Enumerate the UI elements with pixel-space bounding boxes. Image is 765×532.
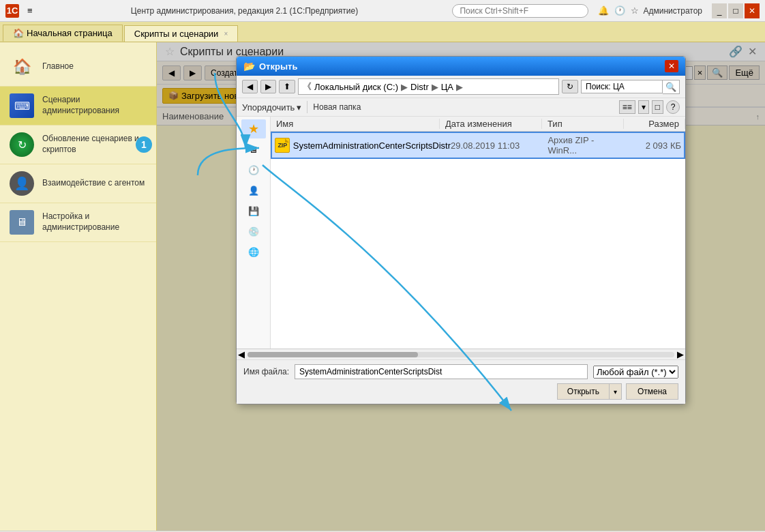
open-button[interactable]: Открыть xyxy=(557,383,609,400)
drive-e-icon[interactable]: 💿 xyxy=(242,222,265,240)
window-controls[interactable]: _ □ ✕ xyxy=(712,3,760,18)
desktop-icon[interactable]: 🖥 xyxy=(242,141,265,158)
minimize-button[interactable]: _ xyxy=(712,3,727,18)
view-details-button[interactable]: □ xyxy=(652,100,663,114)
organize-button[interactable]: Упорядочить ▾ xyxy=(242,102,301,113)
dialog-search-input[interactable] xyxy=(581,80,663,93)
update-sidebar-icon: ↻ xyxy=(8,131,35,158)
dialog-nav-bar: ◀ ▶ ⬆ 《 Локальный диск (C:) ▶ Distr ▶ ЦА… xyxy=(237,76,685,98)
menu-icon[interactable]: ≡ xyxy=(23,4,37,17)
zip-icon: ZIP xyxy=(275,138,290,153)
dialog-back-button[interactable]: ◀ xyxy=(242,80,258,93)
agent-sidebar-icon: 👤 xyxy=(8,170,35,197)
sidebar-label-agent: Взаимодействие с агентом xyxy=(42,178,145,189)
user-name: Администратор xyxy=(643,6,702,16)
step-badge-1: 1 xyxy=(136,136,152,153)
title-bar-icons: 🔔 🕐 ☆ xyxy=(598,5,639,16)
dialog-hscroll[interactable]: ◀ ▶ xyxy=(237,349,685,359)
hscroll-right-arrow[interactable]: ▶ xyxy=(677,349,684,359)
col-name[interactable]: Имя xyxy=(271,119,440,129)
dialog-search-button[interactable]: 🔍 xyxy=(663,80,680,94)
toolbar-right-buttons: ≡≡ ▾ □ ? xyxy=(619,100,680,114)
drive-c-icon[interactable]: 💾 xyxy=(242,202,265,220)
global-search-input[interactable] xyxy=(452,4,588,18)
open-button-split: Открыть ▾ xyxy=(557,383,622,400)
view-toggle-button[interactable]: ▾ xyxy=(638,100,649,114)
file-row[interactable]: ZIP SystemAdministrationCenterScriptsDis… xyxy=(271,132,685,159)
close-window-button[interactable]: ✕ xyxy=(745,3,760,18)
dialog-forward-button[interactable]: ▶ xyxy=(260,80,276,93)
dialog-title-content: 📂 Открыть xyxy=(243,61,297,72)
agent-icon-shape: 👤 xyxy=(10,171,34,196)
tab-scripts[interactable]: Скрипты и сценарии × xyxy=(124,25,238,42)
help-button[interactable]: ? xyxy=(666,100,680,114)
settings-icon-shape: 🖥 xyxy=(10,210,34,235)
title-bar: 1C ≡ Центр администрирования, редакция 2… xyxy=(0,0,765,22)
path-segment-2[interactable]: Distr xyxy=(410,82,429,92)
dialog-toolbar: Упорядочить ▾ Новая папка ≡≡ ▾ □ ? xyxy=(237,98,685,117)
new-folder-button[interactable]: Новая папка xyxy=(313,102,361,112)
user-icon[interactable]: 👤 xyxy=(242,181,265,199)
path-segment-3[interactable]: ЦА xyxy=(441,82,453,92)
sidebar: 🏠 Главное ⌨ Сценарии администрирования ↻… xyxy=(0,42,157,531)
col-type[interactable]: Тип xyxy=(542,119,624,129)
tab-home[interactable]: 🏠 Начальная страница xyxy=(3,25,123,42)
dialog-up-button[interactable]: ⬆ xyxy=(279,80,295,93)
content-wrapper: ☆ Скрипты и сценарии 🔗 ✕ ◀ ▶ Создать гру… xyxy=(157,42,765,531)
home-sidebar-icon: 🏠 xyxy=(8,53,35,80)
maximize-button[interactable]: □ xyxy=(728,3,743,18)
file-name: SystemAdministrationCenterScriptsDistr xyxy=(290,141,451,151)
dialog-file-list: Имя Дата изменения Тип Размер ZIP System… xyxy=(271,117,685,349)
recent-icon[interactable]: 🕐 xyxy=(242,161,265,179)
view-list-button[interactable]: ≡≡ xyxy=(619,100,635,114)
dialog-path-bar: 《 Локальный диск (C:) ▶ Distr ▶ ЦА ▶ xyxy=(298,78,559,95)
dialog-close-button[interactable]: ✕ xyxy=(665,60,678,72)
main-layout: 🏠 Главное ⌨ Сценарии администрирования ↻… xyxy=(0,42,765,531)
open-dropdown-button[interactable]: ▾ xyxy=(609,383,622,400)
nav-tabs: 🏠 Начальная страница Скрипты и сценарии … xyxy=(0,22,765,42)
dialog-folder-icon: 📂 xyxy=(243,61,255,72)
hscroll-thumb[interactable] xyxy=(247,352,418,357)
file-list-header: Имя Дата изменения Тип Размер xyxy=(271,117,685,132)
hscroll-track[interactable] xyxy=(247,352,674,357)
scenarios-sidebar-icon: ⌨ xyxy=(8,92,35,119)
filename-label: Имя файла: xyxy=(243,367,289,376)
file-type: Архив ZIP - WinR... xyxy=(548,135,625,156)
filename-input[interactable] xyxy=(295,364,588,379)
file-date: 29.08.2019 11:03 xyxy=(451,141,548,151)
col-size[interactable]: Размер xyxy=(624,119,685,129)
path-segment-1[interactable]: Локальный диск (C:) xyxy=(314,82,398,92)
scenarios-icon-shape: ⌨ xyxy=(10,93,34,118)
col-date[interactable]: Дата изменения xyxy=(440,119,542,129)
hscroll-left-arrow[interactable]: ◀ xyxy=(238,349,245,359)
file-icon: ZIP xyxy=(275,137,290,153)
settings-sidebar-icon: 🖥 xyxy=(8,209,35,236)
favorites-icon[interactable]: ★ xyxy=(241,119,266,138)
network-icon[interactable]: 🌐 xyxy=(242,243,265,261)
star-fav-icon: ★ xyxy=(248,121,259,136)
organize-arrow-icon: ▾ xyxy=(297,102,301,113)
sidebar-item-settings[interactable]: 🖥 Настройка и администрирование xyxy=(0,203,156,242)
app-title: Центр администрирования, редакция 2.1 (1… xyxy=(41,6,449,16)
title-bar-menu[interactable]: ≡ xyxy=(23,4,37,17)
dialog-overlay: 📂 Открыть ✕ ◀ ▶ ⬆ 《 Локальный диск (C:) … xyxy=(157,42,765,531)
history-icon[interactable]: 🕐 xyxy=(614,5,625,16)
home-icon: 🏠 xyxy=(13,28,24,38)
dialog-title-bar: 📂 Открыть ✕ xyxy=(237,57,685,76)
sidebar-label-scenarios: Сценарии администрирования xyxy=(42,95,148,116)
sidebar-item-update[interactable]: ↻ Обновление сценариев и скриптов 1 xyxy=(0,125,156,164)
app-logo: 1C xyxy=(5,4,19,18)
sidebar-label-settings: Настройка и администрирование xyxy=(42,211,148,233)
sidebar-item-scenarios[interactable]: ⌨ Сценарии администрирования xyxy=(0,87,156,125)
file-size: 2 093 КБ xyxy=(625,141,684,151)
dialog-bottom: Имя файла: Любой файл (*.*) Открыть ▾ От… xyxy=(237,359,685,404)
cancel-button[interactable]: Отмена xyxy=(626,383,678,400)
sidebar-item-agent[interactable]: 👤 Взаимодействие с агентом xyxy=(0,164,156,203)
star-icon[interactable]: ☆ xyxy=(631,5,639,16)
sidebar-item-main[interactable]: 🏠 Главное xyxy=(0,48,156,87)
bell-icon[interactable]: 🔔 xyxy=(598,5,609,16)
filename-row: Имя файла: Любой файл (*.*) xyxy=(243,364,678,379)
tab-close-icon[interactable]: × xyxy=(224,30,228,38)
filetype-select[interactable]: Любой файл (*.*) xyxy=(593,366,678,379)
dialog-refresh-button[interactable]: ↻ xyxy=(562,80,578,93)
